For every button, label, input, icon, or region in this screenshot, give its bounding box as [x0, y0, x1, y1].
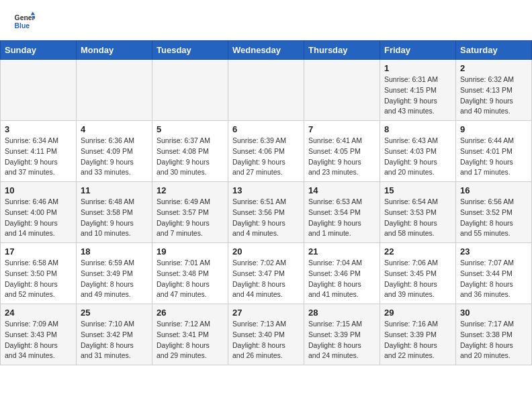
weekday-header-monday: Monday — [77, 41, 152, 60]
calendar-cell: 19Sunrise: 7:01 AM Sunset: 3:48 PM Dayli… — [152, 243, 228, 304]
day-info: Sunrise: 6:32 AM Sunset: 4:13 PM Dayligh… — [460, 75, 527, 117]
day-number: 1 — [384, 63, 451, 73]
calendar-week-1: 3Sunrise: 6:34 AM Sunset: 4:11 PM Daylig… — [1, 121, 532, 182]
day-info: Sunrise: 7:07 AM Sunset: 3:44 PM Dayligh… — [460, 258, 527, 300]
day-info: Sunrise: 7:15 AM Sunset: 3:39 PM Dayligh… — [308, 319, 375, 361]
calendar-cell: 2Sunrise: 6:32 AM Sunset: 4:13 PM Daylig… — [456, 60, 532, 121]
calendar-cell — [228, 60, 304, 121]
weekday-header-thursday: Thursday — [304, 41, 380, 60]
calendar-cell — [1, 60, 77, 121]
svg-marker-2 — [31, 12, 35, 15]
calendar-cell: 11Sunrise: 6:48 AM Sunset: 3:58 PM Dayli… — [77, 182, 152, 243]
calendar-cell: 20Sunrise: 7:02 AM Sunset: 3:47 PM Dayli… — [228, 243, 304, 304]
day-info: Sunrise: 7:10 AM Sunset: 3:42 PM Dayligh… — [81, 319, 148, 361]
day-info: Sunrise: 6:46 AM Sunset: 4:00 PM Dayligh… — [5, 197, 72, 239]
calendar-table: SundayMondayTuesdayWednesdayThursdayFrid… — [0, 40, 532, 365]
calendar-cell: 5Sunrise: 6:37 AM Sunset: 4:08 PM Daylig… — [152, 121, 228, 182]
day-info: Sunrise: 7:13 AM Sunset: 3:40 PM Dayligh… — [232, 319, 300, 361]
day-info: Sunrise: 7:04 AM Sunset: 3:46 PM Dayligh… — [308, 258, 375, 300]
calendar-cell — [152, 60, 228, 121]
day-info: Sunrise: 7:06 AM Sunset: 3:45 PM Dayligh… — [384, 258, 451, 300]
weekday-header-row: SundayMondayTuesdayWednesdayThursdayFrid… — [1, 41, 532, 60]
day-info: Sunrise: 6:36 AM Sunset: 4:09 PM Dayligh… — [81, 136, 148, 178]
day-number: 19 — [157, 246, 224, 257]
day-info: Sunrise: 6:34 AM Sunset: 4:11 PM Dayligh… — [5, 136, 72, 178]
calendar-cell: 15Sunrise: 6:54 AM Sunset: 3:53 PM Dayli… — [380, 182, 456, 243]
day-number: 22 — [384, 246, 451, 257]
day-number: 9 — [460, 124, 527, 134]
day-info: Sunrise: 6:31 AM Sunset: 4:15 PM Dayligh… — [384, 75, 451, 117]
day-number: 28 — [308, 308, 375, 318]
day-number: 27 — [232, 308, 300, 318]
day-number: 15 — [384, 185, 451, 195]
calendar-cell: 12Sunrise: 6:49 AM Sunset: 3:57 PM Dayli… — [152, 182, 228, 243]
calendar-week-3: 17Sunrise: 6:58 AM Sunset: 3:50 PM Dayli… — [1, 243, 532, 304]
calendar-cell — [304, 60, 380, 121]
day-info: Sunrise: 6:39 AM Sunset: 4:06 PM Dayligh… — [232, 136, 300, 178]
svg-text:General: General — [15, 14, 35, 21]
calendar-cell: 26Sunrise: 7:12 AM Sunset: 3:41 PM Dayli… — [152, 304, 228, 365]
day-number: 10 — [5, 185, 72, 195]
day-number: 16 — [460, 185, 527, 195]
day-number: 11 — [81, 185, 148, 195]
day-number: 4 — [81, 124, 148, 134]
weekday-header-wednesday: Wednesday — [228, 41, 304, 60]
day-number: 25 — [81, 308, 148, 318]
weekday-header-sunday: Sunday — [1, 41, 77, 60]
calendar-page: General Blue SundayMondayTuesdayWednesda… — [0, 0, 532, 365]
day-number: 2 — [460, 63, 527, 73]
calendar-cell: 16Sunrise: 6:56 AM Sunset: 3:52 PM Dayli… — [456, 182, 532, 243]
calendar-cell: 10Sunrise: 6:46 AM Sunset: 4:00 PM Dayli… — [1, 182, 77, 243]
day-number: 18 — [81, 246, 148, 257]
calendar-cell — [77, 60, 152, 121]
calendar-cell: 1Sunrise: 6:31 AM Sunset: 4:15 PM Daylig… — [380, 60, 456, 121]
day-info: Sunrise: 7:01 AM Sunset: 3:48 PM Dayligh… — [157, 258, 224, 300]
calendar-cell: 14Sunrise: 6:53 AM Sunset: 3:54 PM Dayli… — [304, 182, 380, 243]
day-number: 26 — [157, 308, 224, 318]
weekday-header-tuesday: Tuesday — [152, 41, 228, 60]
calendar-cell: 21Sunrise: 7:04 AM Sunset: 3:46 PM Dayli… — [304, 243, 380, 304]
calendar-cell: 25Sunrise: 7:10 AM Sunset: 3:42 PM Dayli… — [77, 304, 152, 365]
day-number: 23 — [460, 246, 527, 257]
calendar-cell: 23Sunrise: 7:07 AM Sunset: 3:44 PM Dayli… — [456, 243, 532, 304]
day-info: Sunrise: 6:41 AM Sunset: 4:05 PM Dayligh… — [308, 136, 375, 178]
day-number: 7 — [308, 124, 375, 134]
day-info: Sunrise: 6:56 AM Sunset: 3:52 PM Dayligh… — [460, 197, 527, 239]
day-info: Sunrise: 7:17 AM Sunset: 3:38 PM Dayligh… — [460, 319, 527, 361]
calendar-cell: 17Sunrise: 6:58 AM Sunset: 3:50 PM Dayli… — [1, 243, 77, 304]
day-number: 12 — [157, 185, 224, 195]
day-info: Sunrise: 7:16 AM Sunset: 3:39 PM Dayligh… — [384, 319, 451, 361]
day-info: Sunrise: 6:59 AM Sunset: 3:49 PM Dayligh… — [81, 258, 148, 300]
day-number: 8 — [384, 124, 451, 134]
day-info: Sunrise: 6:58 AM Sunset: 3:50 PM Dayligh… — [5, 258, 72, 300]
calendar-cell: 13Sunrise: 6:51 AM Sunset: 3:56 PM Dayli… — [228, 182, 304, 243]
day-info: Sunrise: 6:43 AM Sunset: 4:03 PM Dayligh… — [384, 136, 451, 178]
calendar-cell: 7Sunrise: 6:41 AM Sunset: 4:05 PM Daylig… — [304, 121, 380, 182]
calendar-cell: 22Sunrise: 7:06 AM Sunset: 3:45 PM Dayli… — [380, 243, 456, 304]
weekday-header-saturday: Saturday — [456, 41, 532, 60]
day-info: Sunrise: 6:53 AM Sunset: 3:54 PM Dayligh… — [308, 197, 375, 239]
logo: General Blue — [13, 11, 35, 32]
day-number: 29 — [384, 308, 451, 318]
svg-text:Blue: Blue — [15, 22, 30, 30]
day-info: Sunrise: 7:09 AM Sunset: 3:43 PM Dayligh… — [5, 319, 72, 361]
day-number: 5 — [157, 124, 224, 134]
calendar-cell: 27Sunrise: 7:13 AM Sunset: 3:40 PM Dayli… — [228, 304, 304, 365]
calendar-cell: 9Sunrise: 6:44 AM Sunset: 4:01 PM Daylig… — [456, 121, 532, 182]
logo-icon: General Blue — [13, 11, 35, 32]
day-number: 6 — [232, 124, 300, 134]
calendar-cell: 8Sunrise: 6:43 AM Sunset: 4:03 PM Daylig… — [380, 121, 456, 182]
day-info: Sunrise: 6:44 AM Sunset: 4:01 PM Dayligh… — [460, 136, 527, 178]
calendar-body: 1Sunrise: 6:31 AM Sunset: 4:15 PM Daylig… — [1, 60, 532, 365]
day-info: Sunrise: 6:54 AM Sunset: 3:53 PM Dayligh… — [384, 197, 451, 239]
weekday-header-friday: Friday — [380, 41, 456, 60]
day-number: 21 — [308, 246, 375, 257]
day-number: 3 — [5, 124, 72, 134]
day-info: Sunrise: 7:02 AM Sunset: 3:47 PM Dayligh… — [232, 258, 300, 300]
calendar-cell: 18Sunrise: 6:59 AM Sunset: 3:49 PM Dayli… — [77, 243, 152, 304]
calendar-cell: 6Sunrise: 6:39 AM Sunset: 4:06 PM Daylig… — [228, 121, 304, 182]
calendar-cell: 4Sunrise: 6:36 AM Sunset: 4:09 PM Daylig… — [77, 121, 152, 182]
calendar-header: SundayMondayTuesdayWednesdayThursdayFrid… — [1, 41, 532, 60]
day-number: 24 — [5, 308, 72, 318]
day-number: 30 — [460, 308, 527, 318]
